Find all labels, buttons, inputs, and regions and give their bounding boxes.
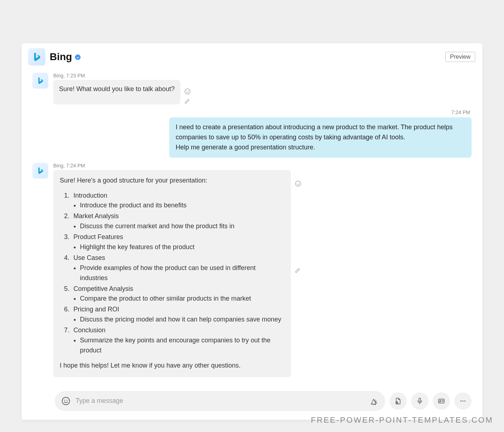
message-bot: Bing, 7:24 PM Sure! Here's a good struct… [32,163,472,377]
svg-point-4 [297,183,298,183]
svg-point-14 [463,400,464,401]
message-meta: Bing, 7:23 PM [53,73,191,78]
message-bot: Bing, 7:23 PM Sure! What would you like … [32,73,472,104]
bing-logo-icon [36,77,44,85]
bot-avatar [32,163,48,179]
message-meta: 7:24 PM [451,109,472,115]
bubble-outro: I hope this helps! Let me know if you ha… [60,361,284,371]
svg-point-0 [185,89,190,94]
list-item: Market AnalysisDiscuss the current marke… [71,211,284,231]
message-bubble: I need to create a presentation about in… [169,117,472,158]
svg-point-1 [186,91,187,91]
svg-point-8 [67,400,68,401]
preview-button[interactable]: Preview [445,52,475,62]
svg-point-3 [296,181,301,186]
chat-window: Bing Preview Bing, 7:23 PM Sure! What wo… [22,43,482,420]
attach-file-button[interactable] [390,392,407,410]
svg-point-13 [460,400,462,401]
list-item: Use CasesProvide examples of how the pro… [71,253,284,283]
svg-point-5 [299,183,300,183]
compose-bar [22,384,482,420]
messages-area: Bing, 7:23 PM Sure! What would you like … [22,68,482,384]
message-user: 7:24 PM I need to create a presentation … [32,109,472,158]
svg-rect-10 [419,398,421,401]
svg-rect-11 [438,399,444,403]
list-item: IntroductionIntroduce the product and it… [71,191,284,211]
edit-icon[interactable] [294,266,302,274]
list-item: Pricing and ROIDiscuss the pricing model… [71,305,284,325]
message-meta: Bing, 7:24 PM [53,163,302,168]
bing-logo-icon [32,52,42,62]
presentation-outline: IntroductionIntroduce the product and it… [71,191,284,356]
verified-icon [74,54,81,61]
chat-title: Bing [50,51,72,63]
list-item: Product FeaturesHighlight the key featur… [71,232,284,252]
svg-point-2 [188,91,189,91]
react-icon[interactable] [184,88,191,95]
svg-point-15 [464,400,465,401]
edit-icon[interactable] [184,97,191,104]
message-bubble: Sure! Here's a good structure for your p… [53,170,291,377]
list-item: Competitive AnalysisCompare the product … [71,284,284,304]
mic-button[interactable] [411,392,428,410]
svg-point-12 [440,400,441,401]
chat-header: Bing Preview [22,43,482,68]
compose-input-container [55,391,385,411]
svg-point-6 [62,397,70,405]
svg-point-7 [64,400,65,401]
emoji-icon[interactable] [61,396,71,406]
list-item: ConclusionSummarize the key points and e… [71,325,284,356]
spark-icon[interactable] [371,397,379,405]
watermark: FREE-POWER-POINT-TEMPLATES.COM [311,415,493,425]
bot-avatar [32,73,48,89]
bubble-intro: Sure! Here's a good structure for your p… [60,176,284,186]
more-button[interactable] [454,392,472,410]
react-icon[interactable] [294,180,302,187]
card-button[interactable] [433,392,450,410]
message-bubble: Sure! What would you like to talk about? [53,80,180,104]
bing-logo-icon [36,167,44,175]
bing-avatar [28,48,45,66]
message-input[interactable] [76,397,371,405]
